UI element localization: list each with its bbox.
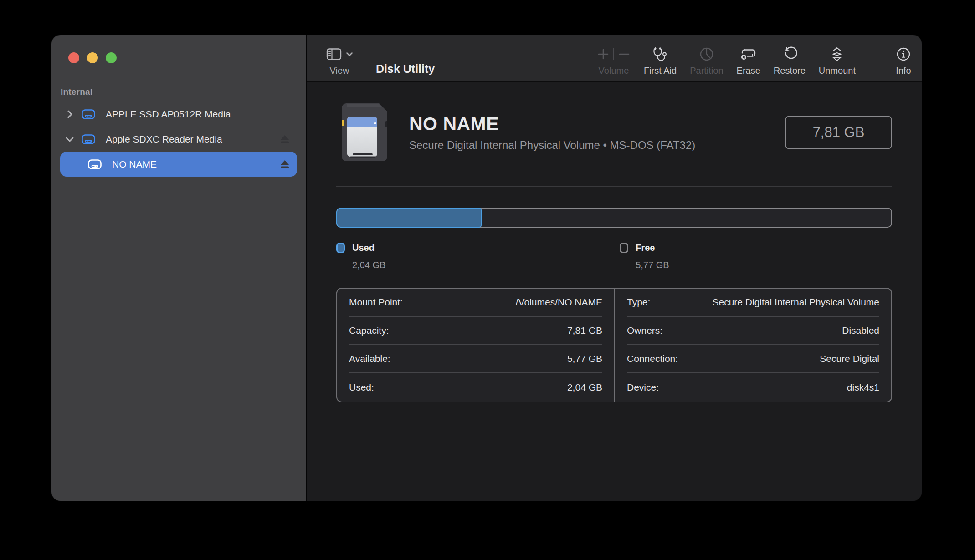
zoom-button[interactable] [106,52,117,63]
view-button[interactable]: View [326,46,353,76]
detail-label: Connection: [627,353,678,364]
sd-card-icon [342,103,387,161]
table-row: Capacity: 7,81 GB [349,317,602,345]
traffic-lights [51,35,306,63]
plus-icon [597,48,610,61]
used-swatch [336,243,345,253]
erase-drive-icon [740,47,757,61]
table-row: Available: 5,77 GB [349,345,602,373]
volume-button-label: Volume [599,66,629,76]
unmount-eject-icon [830,46,844,62]
chevron-down-icon[interactable] [65,136,75,143]
erase-button[interactable]: Erase [737,46,760,76]
chevron-down-icon [346,52,353,57]
used-value: 2,04 GB [352,260,620,270]
header-separator [336,186,892,187]
erase-button-label: Erase [737,66,760,76]
restore-button[interactable]: Restore [774,46,806,76]
minus-icon [618,48,631,61]
detail-label: Used: [349,382,374,393]
sidebar-section-internal: Internal [61,87,306,97]
disk-utility-window: Internal APPLE SSD AP0512R Media Apple S [51,35,922,501]
detail-label: Available: [349,353,390,364]
detail-value: 2,04 GB [567,382,602,393]
eject-icon[interactable] [279,134,291,145]
volume-separator [613,48,614,60]
sidebar-item-label: NO NAME [112,159,157,170]
internal-drive-icon [81,108,96,121]
view-button-label: View [330,66,349,76]
sidebar-item-sdxc-reader[interactable]: Apple SDXC Reader Media [60,127,297,152]
free-value: 5,77 GB [636,260,669,270]
info-button[interactable]: Info [896,46,911,76]
partition-button[interactable]: Partition [690,46,723,76]
first-aid-button[interactable]: First Aid [644,46,677,76]
table-row: Used: 2,04 GB [349,373,602,402]
detail-value: /Volumes/NO NAME [516,297,602,308]
app-title: Disk Utility [376,62,435,76]
used-label: Used [352,243,375,253]
table-row: Device: disk4s1 [627,373,879,402]
stethoscope-icon [652,46,668,62]
pie-chart-icon [699,46,714,62]
sidebar-panel-icon [326,47,342,61]
detail-label: Type: [627,297,650,308]
volume-title: NO NAME [409,113,695,135]
detail-label: Capacity: [349,325,389,336]
unmount-button[interactable]: Unmount [819,46,856,76]
eject-icon[interactable] [279,159,291,170]
detail-label: Device: [627,382,659,393]
volume-drive-icon [87,158,102,171]
sidebar: Internal APPLE SSD AP0512R Media Apple S [51,35,306,501]
usage-legend: Used 2,04 GB Free 5,77 GB [336,243,892,270]
detail-value: 5,77 GB [567,353,602,364]
detail-value: Secure Digital [820,353,879,364]
detail-label: Owners: [627,325,662,336]
toolbar: View Disk Utility Volume [307,35,922,82]
info-icon [896,46,911,62]
detail-label: Mount Point: [349,297,403,308]
close-button[interactable] [68,52,79,63]
volume-header: NO NAME Secure Digital Internal Physical… [336,103,892,161]
volume-subtitle: Secure Digital Internal Physical Volume … [409,139,695,152]
detail-value: Secure Digital Internal Physical Volume [712,297,879,308]
free-swatch [620,243,628,253]
chevron-right-icon[interactable] [65,109,75,119]
size-badge: 7,81 GB [785,116,892,149]
restore-arrow-icon [782,46,797,62]
volume-button[interactable]: Volume [597,46,631,76]
table-row: Mount Point: /Volumes/NO NAME [349,289,602,317]
restore-button-label: Restore [774,66,806,76]
detail-value: 7,81 GB [567,325,602,336]
unmount-button-label: Unmount [819,66,856,76]
sidebar-item-apple-ssd[interactable]: APPLE SSD AP0512R Media [60,102,297,127]
detail-value: disk4s1 [847,382,879,393]
usage-bar-used [336,208,482,228]
sidebar-item-no-name[interactable]: NO NAME [60,152,297,177]
free-label: Free [636,243,655,253]
minimize-button[interactable] [87,52,98,63]
table-row: Type: Secure Digital Internal Physical V… [627,289,879,317]
info-button-label: Info [896,66,911,76]
first-aid-button-label: First Aid [644,66,677,76]
sidebar-item-label: Apple SDXC Reader Media [106,134,222,145]
table-row: Connection: Secure Digital [627,345,879,373]
sidebar-item-label: APPLE SSD AP0512R Media [106,109,231,120]
internal-drive-icon [81,133,96,146]
table-row: Owners: Disabled [627,317,879,345]
details-table: Mount Point: /Volumes/NO NAME Capacity: … [336,288,892,402]
partition-button-label: Partition [690,66,723,76]
usage-bar [336,208,892,228]
detail-value: Disabled [842,325,879,336]
